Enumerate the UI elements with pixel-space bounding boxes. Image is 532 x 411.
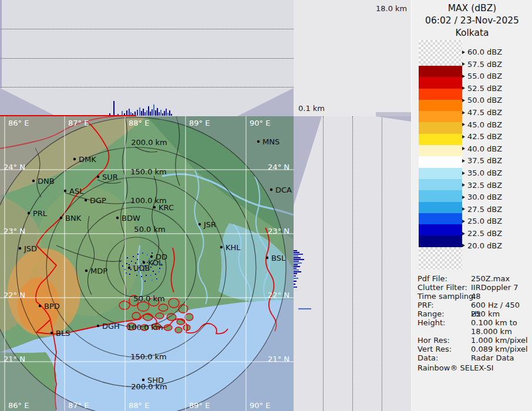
city-label: BPD — [44, 302, 60, 311]
city-dot — [257, 140, 260, 143]
latitude-label: 22° N — [268, 291, 289, 299]
city-dot — [50, 332, 53, 334]
range-dome-shade-left — [0, 88, 56, 116]
metadata-label: Hor Res: — [417, 336, 450, 345]
city-dot — [270, 188, 272, 191]
min-height-label: 0.1 km — [298, 104, 325, 113]
range-ring-label: 50.0 km — [134, 225, 165, 234]
scale-label: 60.0 dBZ — [462, 48, 502, 56]
metadata-row: Clutter Filter:IIRDoppler 7 — [417, 283, 530, 292]
city-label: DNB — [38, 177, 55, 186]
echo-bar — [294, 264, 298, 265]
longitude-label: 88° E — [129, 401, 149, 410]
radar-echo — [159, 271, 160, 272]
scale-tick-arrow-icon — [462, 207, 465, 211]
delta-island — [185, 314, 193, 321]
scale-cell-overflow-bottom — [419, 247, 462, 269]
echo-bar — [167, 113, 169, 116]
metadata-row: Range:250 km — [417, 309, 530, 318]
delta-island — [159, 304, 168, 311]
echo-bar — [298, 308, 311, 309]
metadata-row: Data:Radar Data — [417, 353, 530, 362]
height-gridline — [0, 29, 294, 29]
metadata-label: PRF: — [417, 301, 434, 309]
city-label: JSD — [23, 244, 37, 253]
scale-label: 25.0 dBZ — [462, 217, 502, 225]
latitude-label: 23° N — [4, 227, 25, 235]
scale-cell — [419, 122, 462, 133]
metadata-value: 250 km — [471, 309, 500, 318]
scale-tick-arrow-icon — [462, 244, 465, 247]
height-gridline — [352, 116, 353, 411]
metadata-value: 250Z.max — [471, 274, 510, 283]
legend-title: MAX (dBZ) — [412, 3, 532, 14]
scale-cell — [419, 111, 462, 122]
range-ring-label: 50.0 km — [133, 294, 164, 303]
delta-island — [119, 301, 130, 309]
range-dome-shade-right — [237, 88, 294, 116]
range-dome-shade-corner — [376, 112, 411, 116]
metadata-label: Vert Res: — [417, 345, 452, 353]
city-label: DGH — [102, 322, 120, 331]
range-ring-label: 100.0 km — [127, 323, 163, 332]
city-label: DMK — [79, 155, 96, 164]
city-label: BDW — [122, 214, 140, 223]
scale-cell — [419, 134, 462, 145]
city-label: SUR — [102, 173, 118, 181]
echo-bar — [169, 110, 170, 116]
radar-echo — [142, 252, 143, 254]
city-dot — [19, 247, 21, 250]
scale-tick-arrow-icon — [462, 196, 465, 199]
city-dot — [150, 255, 153, 258]
radar-echo — [126, 263, 127, 264]
echo-bar — [294, 273, 297, 274]
city-dot — [198, 223, 201, 225]
scale-label: 37.5 dBZ — [462, 156, 502, 165]
scale-label: 47.5 dBZ — [462, 108, 502, 117]
echo-bar — [162, 113, 163, 116]
height-gridline — [0, 58, 294, 59]
metadata-value: 0.089 km/pixel — [471, 345, 528, 353]
scale-cell — [419, 202, 462, 213]
legend-panel: MAX (dBZ) 06:02 / 23-Nov-2025 Kolkata 60… — [411, 0, 532, 411]
legend-site: Kolkata — [412, 28, 532, 38]
city-dot — [153, 206, 156, 208]
scale-tick-arrow-icon — [462, 183, 465, 187]
echo-bar — [294, 262, 302, 264]
scale-label: 35.0 dBZ — [462, 169, 502, 177]
metadata-value: 48 — [471, 292, 481, 301]
echo-bar — [164, 111, 165, 116]
longitude-label: 86° E — [8, 119, 29, 127]
ns-cross-section-panel — [0, 0, 294, 116]
latitude-label: 21° N — [268, 355, 289, 363]
corner-area — [294, 0, 411, 116]
scale-cell — [419, 89, 462, 100]
scale-tick-arrow-icon — [462, 147, 465, 150]
city-label: KOL — [148, 258, 163, 267]
radar-echo — [126, 272, 127, 274]
city-label: MDP — [90, 267, 107, 275]
metadata-label: Pdf File: — [417, 274, 447, 283]
scale-cell — [419, 213, 462, 224]
echo-bar — [155, 110, 156, 116]
scale-cell — [419, 100, 462, 111]
scale-tick-arrow-icon — [462, 220, 465, 223]
city-label: PRL — [33, 209, 48, 218]
echo-bar — [294, 257, 301, 258]
scale-label: 50.0 dBZ — [462, 96, 502, 105]
radar-echo — [127, 257, 128, 258]
metadata-row: Hor Res:1.000 km/pixel — [417, 336, 530, 345]
metadata-row: Height:0.100 km to 18.000 km — [417, 318, 530, 336]
city-label: UDB — [133, 264, 150, 272]
city-label: BSL — [271, 254, 286, 262]
radar-echo — [156, 278, 157, 279]
scale-tick-arrow-icon — [462, 232, 465, 235]
delta-island — [137, 302, 149, 311]
longitude-label: 89° E — [189, 119, 210, 127]
radar-echo — [151, 252, 153, 254]
echo-bar — [294, 261, 299, 262]
radar-echo — [144, 281, 146, 282]
metadata-row: Vert Res:0.089 km/pixel — [417, 345, 530, 353]
echo-bar — [146, 110, 147, 116]
scale-label: 55.0 dBZ — [462, 72, 502, 80]
